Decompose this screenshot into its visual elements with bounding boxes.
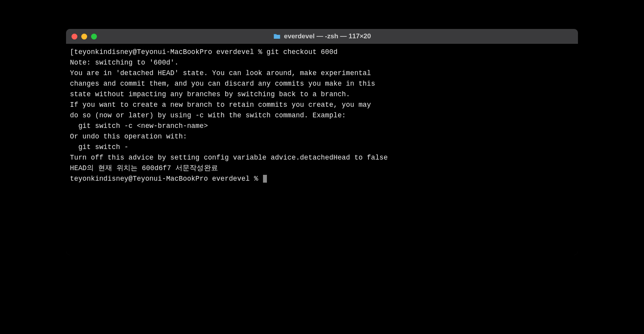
- terminal-line: Note: switching to '600d'.: [70, 57, 574, 68]
- terminal-line: Or undo this operation with:: [70, 131, 574, 142]
- terminal-prompt: teyonkindisney@Teyonui-MacBookPro everde…: [70, 175, 262, 183]
- terminal-line: changes and commit them, and you can dis…: [70, 79, 574, 89]
- terminal-line: HEAD의 현재 위치는 600d6f7 서문작성완료: [70, 163, 574, 174]
- terminal-window: everdevel — -zsh — 117×20 [teyonkindisne…: [66, 29, 578, 255]
- terminal-line: do so (now or later) by using -c with th…: [70, 110, 574, 121]
- window-title-container: everdevel — -zsh — 117×20: [273, 32, 371, 40]
- cursor: [263, 175, 267, 183]
- title-bar[interactable]: everdevel — -zsh — 117×20: [66, 29, 578, 44]
- close-button[interactable]: [72, 34, 77, 40]
- terminal-line: state without impacting any branches by …: [70, 89, 574, 100]
- terminal-line: git switch -c <new-branch-name>: [70, 121, 574, 131]
- terminal-line: You are in 'detached HEAD' state. You ca…: [70, 68, 574, 79]
- maximize-button[interactable]: [91, 34, 97, 40]
- terminal-prompt-line: teyonkindisney@Teyonui-MacBookPro everde…: [70, 174, 574, 184]
- window-title: everdevel — -zsh — 117×20: [284, 32, 371, 40]
- minimize-button[interactable]: [81, 34, 87, 40]
- traffic-lights: [72, 34, 97, 40]
- terminal-line: [teyonkindisney@Teyonui-MacBookPro everd…: [70, 47, 574, 57]
- terminal-body[interactable]: [teyonkindisney@Teyonui-MacBookPro everd…: [66, 44, 578, 255]
- terminal-line: git switch -: [70, 142, 574, 153]
- terminal-line: If you want to create a new branch to re…: [70, 100, 574, 110]
- terminal-line: Turn off this advice by setting config v…: [70, 153, 574, 163]
- folder-icon: [273, 33, 281, 40]
